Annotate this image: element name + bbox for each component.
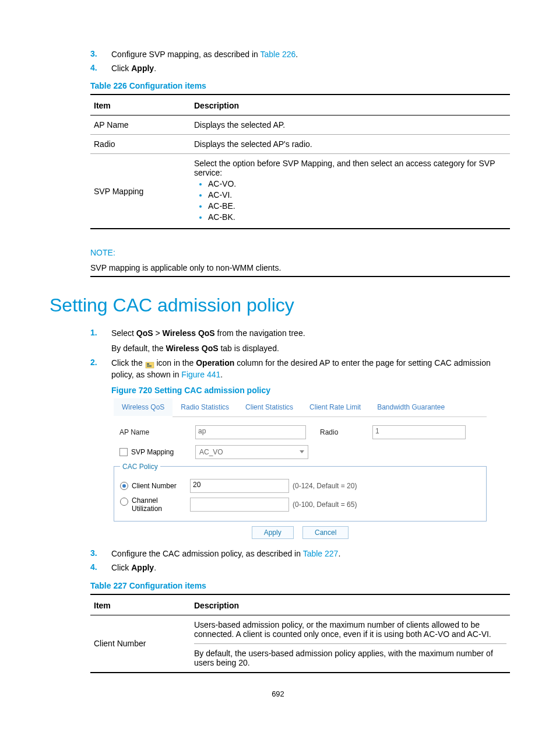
step-1-sub: By default, the Wireless QoS tab is disp…	[111, 343, 506, 355]
radio-input[interactable]: 1	[372, 425, 466, 439]
tab-client-statistics[interactable]: Client Statistics	[237, 398, 301, 416]
bold: Wireless QoS	[166, 344, 218, 353]
chevron-down-icon	[300, 450, 304, 453]
client-number-option[interactable]: Client Number	[120, 482, 190, 490]
note-box: NOTE: SVP mapping is applicable only to …	[90, 248, 510, 277]
svp-mapping-select[interactable]: AC_VO	[195, 445, 308, 459]
tab-wireless-qos[interactable]: Wireless QoS	[114, 398, 173, 417]
desc-intro: Select the option before SVP Mapping, an…	[194, 159, 506, 177]
bullet-text: AC-VO.	[208, 179, 236, 188]
step-3-top: 3. Configure SVP mapping, as described i…	[90, 49, 506, 61]
client-number-input[interactable]: 20	[190, 479, 289, 493]
cell-desc: Select the option before SVP Mapping, an…	[191, 154, 510, 229]
tab-client-rate-limit[interactable]: Client Rate Limit	[301, 398, 369, 416]
cell-item: Radio	[90, 135, 191, 154]
svp-mapping-checkbox[interactable]	[119, 448, 128, 456]
t: .	[220, 370, 223, 379]
t: Click	[111, 563, 131, 572]
step-2: 2. Click the icon in the Operation colum…	[90, 358, 506, 380]
table-row: Client Number Users-based admission poli…	[90, 615, 510, 673]
para1: Users-based admission policy, or the max…	[194, 620, 506, 644]
table-226-link[interactable]: Table 226	[261, 50, 296, 59]
note-body: SVP mapping is applicable only to non-WM…	[90, 260, 510, 277]
step-number: 3.	[90, 548, 111, 560]
col-desc: Description	[191, 94, 510, 116]
text: .	[295, 50, 298, 59]
bullet-text: AC-BK.	[208, 212, 235, 222]
t: icon in the	[154, 358, 196, 368]
t: Configure the CAC admission policy, as d…	[111, 549, 303, 558]
svp-select-value: AC_VO	[199, 448, 223, 456]
ap-name-input[interactable]: ap	[195, 425, 306, 439]
t: tab is displayed.	[219, 344, 279, 353]
step-1: 1. Select QoS > Wireless QoS from the na…	[90, 328, 506, 340]
cell-item: Client Number	[90, 615, 191, 673]
step-text: Configure SVP mapping, as described in T…	[111, 49, 506, 61]
step-number: 4.	[90, 562, 111, 574]
channel-util-input[interactable]	[190, 498, 289, 512]
t: Select	[111, 328, 136, 338]
step-text: Click Apply.	[111, 562, 506, 574]
table-226-caption: Table 226 Configuration items	[90, 81, 506, 90]
page-number: 692	[50, 690, 506, 698]
svp-bullet: AC-BK.	[208, 212, 506, 222]
radio-client-number[interactable]	[120, 482, 128, 490]
bullet-text: AC-VI.	[208, 190, 232, 200]
svp-mapping-field: SVP Mapping	[114, 448, 195, 456]
radio-label: Radio	[306, 428, 372, 436]
apply-label: Apply	[131, 563, 154, 572]
step-text: Click Apply.	[111, 63, 506, 75]
step-number: 2.	[90, 358, 111, 380]
radio-channel-util[interactable]	[120, 498, 128, 506]
tab-radio-statistics[interactable]: Radio Statistics	[173, 398, 237, 416]
cell-item: AP Name	[90, 116, 191, 135]
table-226: Item Description AP Name Displays the se…	[90, 94, 510, 229]
table-row: Radio Displays the selected AP's radio.	[90, 135, 510, 154]
table-row: SVP Mapping Select the option before SVP…	[90, 154, 510, 229]
ap-name-label: AP Name	[114, 428, 195, 436]
cancel-button[interactable]: Cancel	[302, 526, 349, 539]
step-text: Click the icon in the Operation column f…	[111, 358, 506, 380]
step-number: 1.	[90, 328, 111, 340]
step-number: 3.	[90, 49, 111, 61]
step-text: Select QoS > Wireless QoS from the navig…	[111, 328, 506, 340]
bullet-text: AC-BE.	[208, 201, 235, 211]
figure-720-caption: Figure 720 Setting CAC admission policy	[111, 386, 506, 395]
table-227-link[interactable]: Table 227	[303, 549, 339, 558]
col-item: Item	[90, 594, 191, 615]
t: .	[338, 549, 340, 558]
bold: Operation	[196, 358, 234, 368]
text: Click	[111, 64, 131, 73]
cell-desc: Displays the selected AP.	[191, 116, 510, 135]
svp-bullet: AC-BE.	[208, 201, 506, 211]
col-item: Item	[90, 94, 191, 116]
step-4-bottom: 4. Click Apply.	[90, 562, 506, 574]
channel-util-option[interactable]: Channel Utilization	[120, 496, 190, 513]
step-3-bottom: 3. Configure the CAC admission policy, a…	[90, 548, 506, 560]
t: >	[153, 328, 163, 338]
tab-bandwidth-guarantee[interactable]: Bandwidth Guarantee	[369, 398, 453, 416]
t: from the navigation tree.	[215, 328, 305, 338]
svp-bullet-list: AC-VO. AC-VI. AC-BE. AC-BK.	[194, 179, 506, 222]
table-row: AP Name Displays the selected AP.	[90, 116, 510, 135]
svg-rect-3	[147, 366, 152, 367]
text: .	[154, 64, 156, 73]
t: .	[154, 563, 156, 572]
svg-rect-1	[147, 363, 149, 365]
channel-util-hint: (0-100, Default = 65)	[293, 501, 357, 509]
step-4-top: 4. Click Apply.	[90, 63, 506, 75]
client-number-hint: (0-124, Default = 20)	[293, 482, 357, 490]
figure-tabs: Wireless QoS Radio Statistics Client Sta…	[114, 398, 487, 417]
apply-button[interactable]: Apply	[252, 526, 294, 539]
col-desc: Description	[191, 594, 510, 615]
section-title: Setting CAC admission policy	[50, 295, 506, 316]
apply-label: Apply	[131, 64, 154, 73]
para2: By default, the users-based admission po…	[194, 649, 506, 667]
figure-441-link[interactable]: Figure 441	[181, 370, 220, 379]
svp-bullet: AC-VI.	[208, 190, 506, 200]
note-label: NOTE:	[90, 248, 510, 257]
t: By default, the	[111, 344, 166, 353]
step-number: 4.	[90, 63, 111, 75]
bold: QoS	[136, 328, 153, 338]
table-227: Item Description Client Number Users-bas…	[90, 594, 510, 673]
